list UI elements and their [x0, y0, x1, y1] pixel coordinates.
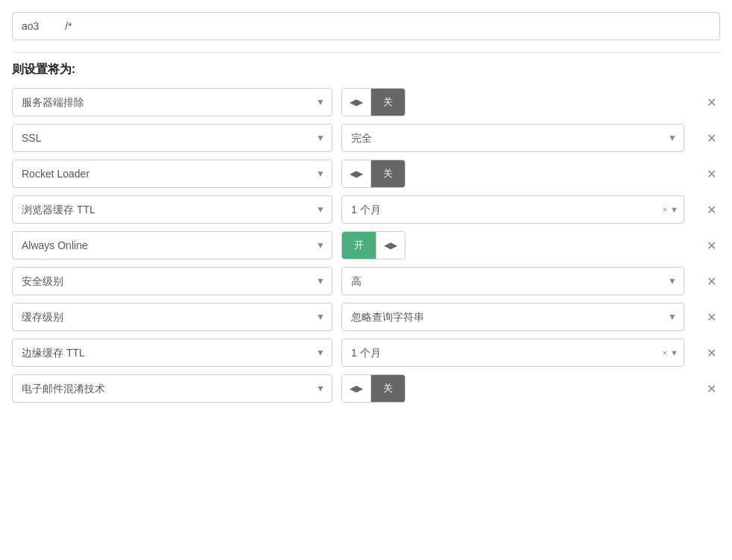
toggle-control-always-online[interactable]: 开 ◀▶ [341, 231, 406, 259]
value-area-always-online: 开 ◀▶ [341, 231, 684, 259]
toggle-off-label: 关 [371, 160, 405, 187]
value-area-ssl: 完全 灵活 严格 关 ▼ [341, 124, 684, 152]
delete-button-ssl[interactable]: ✕ [702, 131, 720, 145]
setting-select-wrapper-email-obfuscation: 电子邮件混淆技术 ▼ [12, 374, 332, 403]
value-select-security-level[interactable]: 高 中 低 基本上关闭 关 [341, 267, 684, 295]
settings-rows: 服务器端排除 ▼ ◀▶ 关 ✕ SSL ▼ 完全 灵活 严格 [12, 88, 720, 403]
value-select-wrapper-security-level: 高 中 低 基本上关闭 关 ▼ [341, 267, 684, 295]
setting-select-cache-level[interactable]: 缓存级别 [12, 303, 332, 331]
value-area-server-exclude: ◀▶ 关 [341, 88, 684, 116]
delete-button-browser-ttl[interactable]: ✕ [702, 203, 720, 217]
section-label: 则设置将为: [12, 62, 720, 78]
delete-button-always-online[interactable]: ✕ [702, 239, 720, 253]
row-ssl: SSL ▼ 完全 灵活 严格 关 ▼ ✕ [12, 124, 720, 152]
value-area-email-obfuscation: ◀▶ 关 [341, 374, 684, 403]
value-area-cache-level: 忽略查询字符串 无查询字符串 标准 ▼ [341, 303, 684, 331]
setting-select-ssl[interactable]: SSL [12, 124, 332, 152]
setting-select-wrapper-server-exclude: 服务器端排除 ▼ [12, 88, 332, 116]
url-input[interactable] [12, 12, 720, 40]
value-select-ssl[interactable]: 完全 灵活 严格 关 [341, 124, 684, 152]
setting-select-wrapper-rocket-loader: Rocket Loader ▼ [12, 160, 332, 188]
toggle-arrows-icon: ◀▶ [342, 160, 371, 187]
setting-select-wrapper-ssl: SSL ▼ [12, 124, 332, 152]
setting-select-wrapper-cache-level: 缓存级别 ▼ [12, 303, 332, 331]
value-area-security-level: 高 中 低 基本上关闭 关 ▼ [341, 267, 684, 295]
toggle-control-rocket-loader[interactable]: ◀▶ 关 [341, 160, 406, 188]
setting-select-wrapper-always-online: Always Online ▼ [12, 231, 332, 259]
row-edge-ttl: 边缘缓存 TTL ▼ 1 个月 1 天 1 周 1 年 × ▼ ✕ [12, 339, 720, 367]
row-always-online: Always Online ▼ 开 ◀▶ ✕ [12, 231, 720, 259]
toggle-on-label: 开 [342, 232, 376, 259]
value-area-browser-ttl: 1 个月 1 天 1 周 1 年 × ▼ [341, 195, 684, 224]
toggle-control-email-obfuscation[interactable]: ◀▶ 关 [341, 374, 406, 403]
toggle-arrows-icon: ◀▶ [376, 232, 405, 259]
toggle-off-label: 关 [371, 375, 405, 402]
setting-select-wrapper-edge-ttl: 边缘缓存 TTL ▼ [12, 339, 332, 367]
setting-select-edge-ttl[interactable]: 边缘缓存 TTL [12, 339, 332, 367]
value-select-edge-ttl[interactable]: 1 个月 1 天 1 周 1 年 [341, 339, 684, 367]
toggle-off-label: 关 [371, 89, 405, 116]
setting-select-always-online[interactable]: Always Online [12, 231, 332, 259]
delete-button-email-obfuscation[interactable]: ✕ [702, 382, 720, 396]
setting-select-rocket-loader[interactable]: Rocket Loader [12, 160, 332, 188]
url-input-row [12, 12, 720, 40]
toggle-control-server-exclude[interactable]: ◀▶ 关 [341, 88, 406, 116]
setting-select-security-level[interactable]: 安全级别 [12, 267, 332, 295]
delete-button-rocket-loader[interactable]: ✕ [702, 167, 720, 181]
delete-button-server-exclude[interactable]: ✕ [702, 95, 720, 110]
row-browser-ttl: 浏览器缓存 TTL ▼ 1 个月 1 天 1 周 1 年 × ▼ ✕ [12, 195, 720, 224]
setting-select-wrapper-browser-ttl: 浏览器缓存 TTL ▼ [12, 195, 332, 224]
delete-button-edge-ttl[interactable]: ✕ [702, 346, 720, 360]
delete-button-cache-level[interactable]: ✕ [702, 310, 720, 324]
value-select-cache-level[interactable]: 忽略查询字符串 无查询字符串 标准 [341, 303, 684, 331]
setting-select-server-exclude[interactable]: 服务器端排除 [12, 88, 332, 116]
setting-select-wrapper-security-level: 安全级别 ▼ [12, 267, 332, 295]
setting-select-email-obfuscation[interactable]: 电子邮件混淆技术 [12, 374, 332, 403]
toggle-arrows-icon: ◀▶ [342, 375, 371, 402]
divider [12, 52, 720, 53]
row-email-obfuscation: 电子邮件混淆技术 ▼ ◀▶ 关 ✕ [12, 374, 720, 403]
row-security-level: 安全级别 ▼ 高 中 低 基本上关闭 关 ▼ ✕ [12, 267, 720, 295]
value-select-clearable-browser-ttl: 1 个月 1 天 1 周 1 年 × ▼ [341, 195, 684, 224]
row-server-exclude: 服务器端排除 ▼ ◀▶ 关 ✕ [12, 88, 720, 116]
toggle-arrows-icon: ◀▶ [342, 89, 371, 116]
value-select-wrapper-cache-level: 忽略查询字符串 无查询字符串 标准 ▼ [341, 303, 684, 331]
row-cache-level: 缓存级别 ▼ 忽略查询字符串 无查询字符串 标准 ▼ ✕ [12, 303, 720, 331]
setting-select-browser-ttl[interactable]: 浏览器缓存 TTL [12, 195, 332, 224]
delete-button-security-level[interactable]: ✕ [702, 274, 720, 289]
value-area-rocket-loader: ◀▶ 关 [341, 160, 684, 188]
value-area-edge-ttl: 1 个月 1 天 1 周 1 年 × ▼ [341, 339, 684, 367]
row-rocket-loader: Rocket Loader ▼ ◀▶ 关 ✕ [12, 160, 720, 188]
value-select-browser-ttl[interactable]: 1 个月 1 天 1 周 1 年 [341, 195, 684, 224]
value-select-wrapper-ssl: 完全 灵活 严格 关 ▼ [341, 124, 684, 152]
value-select-clearable-edge-ttl: 1 个月 1 天 1 周 1 年 × ▼ [341, 339, 684, 367]
